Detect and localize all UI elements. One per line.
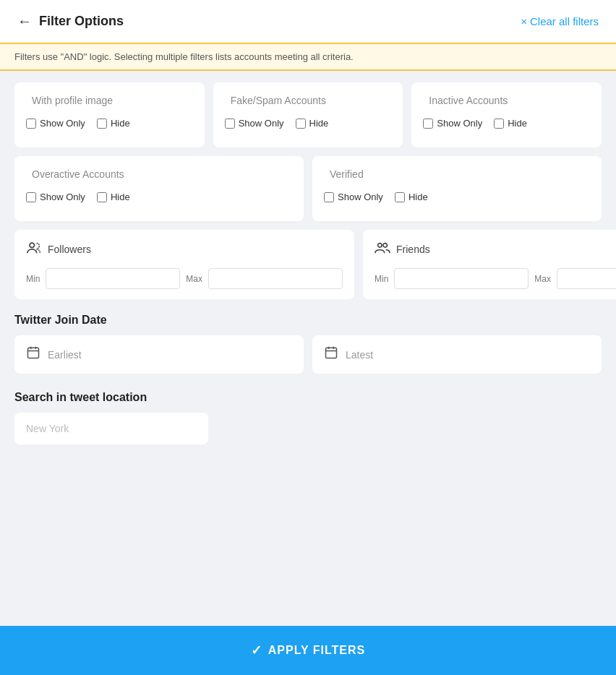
fake-spam-checkboxes: Show Only Hide <box>225 118 392 129</box>
header: ← Filter Options × Clear all filters <box>0 0 616 43</box>
svg-rect-15 <box>326 348 337 358</box>
filter-label-verified: Verified <box>330 168 364 180</box>
verified-hide[interactable]: Hide <box>395 192 428 202</box>
friends-range-inputs: Min Max <box>375 268 616 289</box>
filter-label-fake-spam: Fake/Spam Accounts <box>231 95 326 106</box>
inactive-hide[interactable]: Hide <box>494 118 527 129</box>
page-title: Filter Options <box>39 14 124 29</box>
followers-label: Followers <box>48 244 91 255</box>
apply-filters-label: APPLY FILTERS <box>268 644 366 657</box>
filter-label-overactive: Overactive Accounts <box>32 168 124 180</box>
filter-label-profile-image: With profile image <box>32 95 113 106</box>
followers-min-label: Min <box>26 274 40 284</box>
latest-label: Latest <box>346 349 373 361</box>
overactive-checkboxes: Show Only Hide <box>26 192 292 202</box>
clear-filters-button[interactable]: × Clear all filters <box>521 15 599 27</box>
filter-label-inactive: Inactive Accounts <box>429 95 508 106</box>
verified-show-only-checkbox[interactable] <box>324 192 334 202</box>
profile-image-show-only-checkbox[interactable] <box>26 119 36 129</box>
earliest-date-picker[interactable]: Earliest <box>14 335 304 374</box>
verified-hide-checkbox[interactable] <box>395 192 405 202</box>
profile-image-hide-checkbox[interactable] <box>97 119 107 129</box>
overactive-hide-checkbox[interactable] <box>97 192 107 202</box>
location-section-title: Search in tweet location <box>14 391 602 404</box>
apply-filters-button[interactable]: ✓ APPLY FILTERS <box>251 642 366 658</box>
join-date-section: Twitter Join Date Earliest <box>14 314 602 374</box>
followers-range-inputs: Min Max <box>26 268 343 289</box>
followers-min-input[interactable] <box>46 268 180 289</box>
verified-checkboxes: Show Only Hide <box>324 192 590 202</box>
verified-show-only[interactable]: Show Only <box>324 192 383 202</box>
overactive-show-only-checkbox[interactable] <box>26 192 36 202</box>
overactive-show-only[interactable]: Show Only <box>26 192 85 202</box>
filter-card-overactive: Overactive Accounts Show Only Hide <box>14 156 304 221</box>
friends-max-label: Max <box>534 274 551 284</box>
filter-card-fake-spam: Fake/Spam Accounts Show Only Hide <box>213 82 403 147</box>
info-banner: Filters use "AND" logic. Selecting multi… <box>0 43 616 71</box>
profile-image-show-only[interactable]: Show Only <box>26 118 85 129</box>
friends-min-label: Min <box>375 274 388 284</box>
latest-date-picker[interactable]: Latest <box>312 335 602 374</box>
range-card-followers: Followers Min Max <box>14 230 354 299</box>
header-left: ← Filter Options <box>17 13 124 30</box>
filter-card-inactive: Inactive Accounts Show Only Hide <box>411 82 602 147</box>
fake-spam-hide-checkbox[interactable] <box>296 119 306 129</box>
filter-options-page: ← Filter Options × Clear all filters Fil… <box>0 0 616 675</box>
join-date-title: Twitter Join Date <box>14 314 602 327</box>
friends-max-input[interactable] <box>557 268 616 289</box>
range-cards-grid: Followers Min Max <box>14 230 602 299</box>
location-section: Search in tweet location <box>14 391 602 444</box>
friends-min-input[interactable] <box>394 268 529 289</box>
filter-card-verified: Verified Show Only Hide <box>312 156 602 221</box>
inactive-checkboxes: Show Only Hide <box>423 118 590 129</box>
filter-grid-row2: Overactive Accounts Show Only Hide <box>14 156 602 221</box>
apply-filters-bar[interactable]: ✓ APPLY FILTERS <box>0 626 616 675</box>
date-grid: Earliest Latest <box>14 335 602 374</box>
inactive-show-only[interactable]: Show Only <box>423 118 482 129</box>
friends-label: Friends <box>396 244 430 255</box>
profile-image-hide[interactable]: Hide <box>97 118 130 129</box>
location-search-input[interactable] <box>14 413 208 444</box>
inactive-hide-checkbox[interactable] <box>494 119 504 129</box>
followers-icon <box>26 240 42 258</box>
svg-rect-11 <box>28 348 39 358</box>
followers-max-input[interactable] <box>208 268 343 289</box>
content-area: With profile image Show Only Hide <box>0 71 616 617</box>
calendar-earliest-icon <box>26 345 40 364</box>
filter-grid-row1: With profile image Show Only Hide <box>14 82 602 147</box>
earliest-label: Earliest <box>48 349 82 361</box>
back-button[interactable]: ← <box>17 13 32 30</box>
fake-spam-show-only-checkbox[interactable] <box>225 119 235 129</box>
svg-point-7 <box>30 243 34 247</box>
svg-point-9 <box>383 244 388 248</box>
range-card-friends: Friends Min Max <box>363 230 616 299</box>
clear-x-icon: × <box>521 15 527 27</box>
fake-spam-show-only[interactable]: Show Only <box>225 118 284 129</box>
inactive-show-only-checkbox[interactable] <box>423 119 433 129</box>
overactive-hide[interactable]: Hide <box>97 192 130 202</box>
fake-spam-hide[interactable]: Hide <box>296 118 329 129</box>
filter-card-with-profile-image: With profile image Show Only Hide <box>14 82 205 147</box>
checkmark-icon: ✓ <box>251 642 262 658</box>
friends-icon <box>375 240 390 258</box>
profile-image-checkboxes: Show Only Hide <box>26 118 193 129</box>
location-input-wrapper <box>14 413 208 444</box>
calendar-latest-icon <box>324 345 338 364</box>
followers-max-label: Max <box>186 274 202 284</box>
svg-point-8 <box>378 244 382 248</box>
